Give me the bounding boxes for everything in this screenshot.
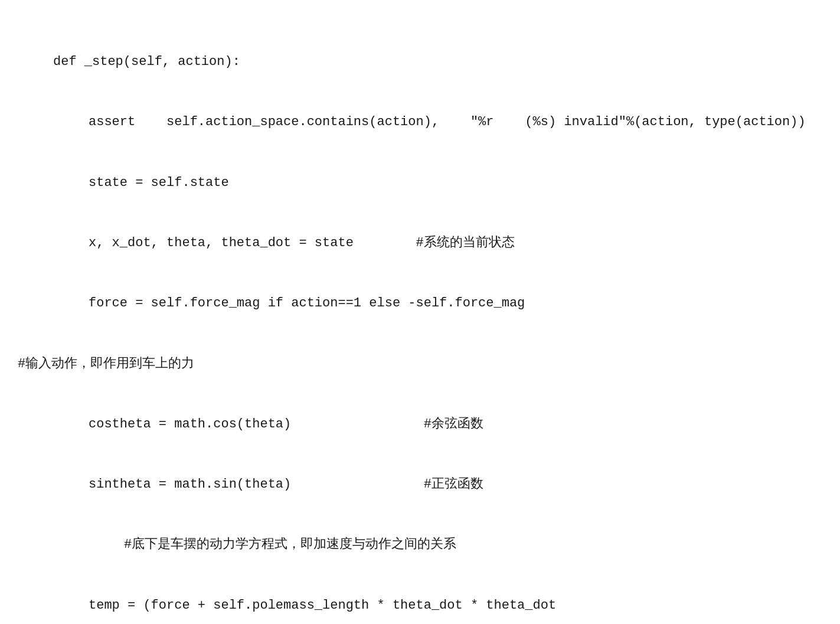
code-line-3: state = self.state bbox=[18, 173, 822, 193]
code-line-10: temp = (force + self.polemass_length * t… bbox=[18, 596, 822, 616]
code-line-7: costheta = math.cos(theta) #余弦函数 bbox=[18, 414, 822, 434]
code-line-8: sintheta = math.sin(theta) #正弦函数 bbox=[18, 475, 822, 495]
code-line-1: def _step(self, action): bbox=[18, 52, 822, 72]
code-line-5: force = self.force_mag if action==1 else… bbox=[18, 293, 822, 313]
code-line-4: x, x_dot, theta, theta_dot = state #系统的当… bbox=[18, 233, 822, 253]
code-line-6: #输入动作，即作用到车上的力 bbox=[18, 354, 822, 374]
code-line-9: #底下是车摆的动力学方程式，即加速度与动作之间的关系 bbox=[18, 535, 822, 555]
code-block: def _step(self, action): assert self.act… bbox=[18, 12, 822, 624]
code-line-2: assert self.action_space.contains(action… bbox=[18, 112, 822, 132]
